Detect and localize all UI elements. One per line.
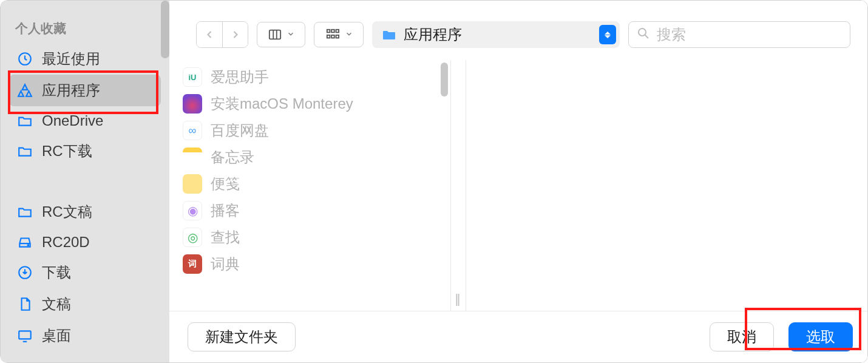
app-icon [183, 94, 202, 114]
sidebar-item-label: 文稿 [42, 294, 71, 314]
file-row[interactable]: 词 词典 [169, 251, 450, 277]
file-label: 播客 [211, 201, 240, 220]
file-label: 备忘录 [211, 148, 254, 167]
folder-icon [16, 112, 33, 129]
nav-group [196, 21, 248, 48]
folder-icon [381, 27, 398, 42]
app-icon: ◎ [183, 228, 202, 247]
file-label: 安装macOS Monterey [211, 94, 353, 114]
sidebar-item-label: 桌面 [42, 326, 71, 345]
main-area: 应用程序 iU 爱思助手 安装 [169, 1, 867, 362]
document-icon [16, 296, 33, 313]
view-columns-button[interactable] [257, 22, 305, 47]
sidebar-item-label: 最近使用 [42, 49, 100, 69]
column-scrollbar[interactable] [441, 63, 448, 97]
search-input[interactable] [657, 26, 843, 43]
svg-rect-3 [19, 331, 31, 339]
svg-point-11 [639, 29, 646, 36]
search-box[interactable] [628, 21, 850, 48]
file-label: 查找 [211, 228, 240, 247]
clock-icon [16, 50, 33, 67]
file-row[interactable]: 备忘录 [169, 144, 450, 171]
svg-rect-10 [336, 35, 339, 38]
sidebar: 个人收藏 最近使用 应用程序 OneDrive RC下载 [1, 1, 169, 362]
sidebar-item-downloads[interactable]: 下载 [9, 257, 161, 288]
sidebar-item-documents[interactable]: 文稿 [9, 288, 161, 320]
file-row[interactable]: 便笺 [169, 171, 450, 197]
file-row[interactable]: 安装macOS Monterey [169, 90, 450, 117]
location-stepper-icon [599, 25, 616, 44]
app-icon [183, 148, 202, 167]
sidebar-scrollbar[interactable] [161, 1, 169, 58]
folder-icon [16, 203, 33, 220]
toolbar: 应用程序 [169, 1, 867, 60]
file-row[interactable]: ◎ 查找 [169, 224, 450, 251]
sidebar-item-applications[interactable]: 应用程序 [9, 75, 161, 106]
svg-point-1 [28, 245, 29, 246]
app-icon: iU [183, 67, 202, 87]
sidebar-item-rc-downloads[interactable]: RC下载 [9, 135, 161, 167]
svg-rect-5 [327, 30, 330, 33]
disk-icon [16, 234, 33, 251]
file-row[interactable]: ∞ 百度网盘 [169, 117, 450, 144]
preview-pane [466, 60, 867, 311]
app-icon: ∞ [183, 121, 202, 140]
sidebar-item-label: RC文稿 [42, 202, 92, 222]
search-icon [636, 26, 651, 43]
sidebar-item-rc-documents[interactable]: RC文稿 [9, 196, 161, 228]
chevron-down-icon [287, 30, 295, 40]
group-by-button[interactable] [314, 22, 364, 47]
svg-rect-8 [327, 35, 330, 38]
file-label: 词典 [211, 254, 240, 274]
footer: 新建文件夹 取消 选取 [169, 311, 867, 362]
file-row[interactable]: iU 爱思助手 [169, 64, 450, 90]
sidebar-item-desktop[interactable]: 桌面 [9, 320, 161, 351]
svg-rect-9 [331, 35, 334, 38]
choose-button[interactable]: 选取 [788, 322, 853, 351]
chevron-down-icon [345, 30, 353, 40]
sidebar-item-label: RC20D [42, 234, 90, 251]
folder-icon [16, 143, 33, 160]
sidebar-item-label: 下载 [42, 263, 71, 282]
file-label: 爱思助手 [211, 67, 269, 87]
applications-icon [16, 82, 33, 99]
sidebar-item-onedrive[interactable]: OneDrive [9, 106, 161, 135]
location-label: 应用程序 [404, 25, 593, 44]
app-icon: ◉ [183, 201, 202, 220]
svg-rect-6 [331, 30, 334, 33]
sidebar-item-recents[interactable]: 最近使用 [9, 43, 161, 75]
file-label: 便笺 [211, 174, 240, 194]
file-label: 百度网盘 [211, 121, 269, 140]
sidebar-item-label: RC下载 [42, 141, 92, 161]
desktop-icon [16, 327, 33, 344]
content-area: iU 爱思助手 安装macOS Monterey ∞ 百度网盘 备忘录 [169, 60, 867, 311]
sidebar-item-label: OneDrive [42, 112, 103, 129]
sidebar-section-favorites: 个人收藏 [15, 20, 155, 37]
file-row[interactable]: ◉ 播客 [169, 197, 450, 224]
app-icon: 词 [183, 254, 202, 274]
svg-rect-7 [336, 30, 339, 33]
file-column: iU 爱思助手 安装macOS Monterey ∞ 百度网盘 备忘录 [169, 60, 451, 311]
svg-rect-4 [270, 30, 280, 39]
cancel-button[interactable]: 取消 [710, 322, 774, 351]
sidebar-item-label: 应用程序 [42, 81, 100, 100]
location-dropdown[interactable]: 应用程序 [372, 21, 620, 48]
app-icon [183, 174, 202, 194]
download-icon [16, 264, 33, 281]
forward-button[interactable] [222, 22, 248, 47]
sidebar-item-rc20d[interactable]: RC20D [9, 228, 161, 257]
new-folder-button[interactable]: 新建文件夹 [188, 322, 296, 351]
back-button[interactable] [197, 22, 222, 47]
column-resize-handle[interactable]: ‖ [451, 60, 466, 311]
